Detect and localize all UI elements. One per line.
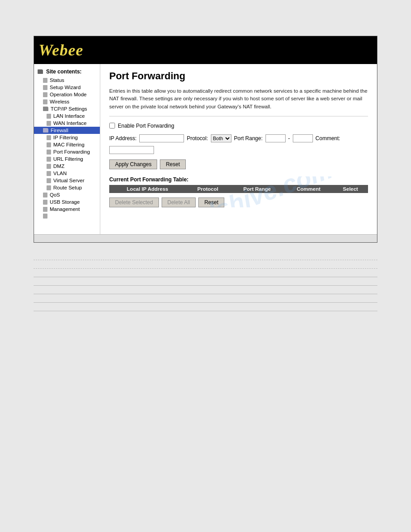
header-bar: Webee [34, 36, 377, 64]
sidebar-item-lan-interface[interactable]: LAN Interface [34, 112, 100, 120]
enable-label[interactable]: Enable Port Forwarding [118, 123, 174, 129]
port-range-dash: - [288, 135, 290, 142]
sidebar-item-mac-filtering[interactable]: Port Forwarding [34, 148, 100, 155]
sidebar-label-route-setup: QoS [50, 192, 60, 197]
reset-button-2[interactable]: Reset [198, 197, 224, 207]
col-local-ip: Local IP Address [109, 185, 186, 193]
sidebar-item-route-setup[interactable]: QoS [34, 191, 100, 198]
sidebar-item-vlan[interactable]: Virtual Server [34, 177, 100, 184]
page-icon-operation-mode [43, 92, 47, 97]
table-section: manualshive.com Current Port Forwarding … [109, 176, 368, 207]
sidebar-label-usb-storage: Management [50, 206, 80, 212]
sidebar-item-setup-wizard[interactable]: Setup Wizard [34, 84, 100, 91]
sidebar-item-usb-storage[interactable]: Management [34, 206, 100, 213]
sidebar-item-port-forwarding[interactable]: URL Filtering [34, 155, 100, 163]
hr-5 [34, 294, 377, 294]
button-row: Apply Changes Reset [109, 159, 368, 169]
sidebar-item-management[interactable] [34, 213, 100, 219]
sidebar-label-virtual-server: Route Setup [53, 185, 82, 190]
delete-row: Delete Selected Delete All Reset [109, 197, 368, 207]
port-range-to-input[interactable] [293, 134, 313, 142]
col-protocol: Protocol [186, 185, 230, 193]
sidebar-label-operation-mode: Operation Mode [50, 92, 86, 97]
hr-2 [34, 268, 377, 269]
apply-changes-button[interactable]: Apply Changes [109, 159, 157, 169]
table-header-row: Local IP Address Protocol Port Range Com… [109, 185, 368, 193]
sidebar-label-mac-filtering: Port Forwarding [53, 149, 90, 154]
hr-7 [34, 311, 377, 311]
hr-6 [34, 302, 377, 303]
sidebar-item-qos[interactable]: USB Storage [34, 198, 100, 206]
sidebar-item-tcpip-settings[interactable]: TCP/IP Settings [34, 105, 100, 112]
sidebar-title: Site contents: [34, 68, 100, 77]
enable-checkbox[interactable] [109, 123, 115, 129]
page-icon-ip-filtering [47, 142, 51, 147]
ip-address-standalone-row [109, 146, 368, 154]
hr-3 [34, 277, 377, 277]
reset-button-1[interactable]: Reset [160, 159, 185, 169]
page-icon-usb-storage [43, 207, 47, 212]
page-icon-route-setup [43, 193, 47, 197]
sidebar-label-wireless: Wireless [50, 99, 69, 104]
sidebar-label-url-filtering: DMZ [53, 163, 64, 169]
sidebar-label-firewall: Firewall [51, 128, 68, 133]
logo: Webee [39, 41, 83, 60]
sidebar-label-setup-wizard: Setup Wizard [50, 85, 81, 90]
sidebar-label-wan: WAN Interface [53, 120, 86, 126]
enable-row: Enable Port Forwarding [109, 123, 368, 129]
sidebar-label-ip-filtering: MAC Filtering [53, 142, 85, 147]
comment-label: Comment: [316, 135, 340, 142]
sidebar-item-ip-filtering[interactable]: MAC Filtering [34, 141, 100, 148]
hr-4 [34, 285, 377, 286]
sidebar-label-port-filtering: IP Filtering [53, 135, 78, 140]
port-range-from-input[interactable] [265, 134, 286, 142]
page-icon-wireless [43, 99, 47, 104]
footer-bar [34, 234, 377, 242]
port-forwarding-table: Local IP Address Protocol Port Range Com… [109, 185, 368, 193]
page-icon-setup-wizard [43, 85, 47, 90]
ip-address-standalone-input[interactable] [109, 146, 154, 154]
col-select: Select [333, 185, 368, 193]
main-content: Port Forwarding Entries in this table al… [100, 64, 377, 234]
sidebar-label-port-forwarding: URL Filtering [53, 156, 83, 162]
sidebar-item-virtual-server[interactable]: Route Setup [34, 184, 100, 191]
sidebar-item-operation-mode[interactable]: Operation Mode [34, 91, 100, 98]
sidebar-item-status[interactable]: Status [34, 77, 100, 84]
page-icon-status [43, 78, 47, 83]
folder-icon [38, 69, 43, 74]
page-icon-port-forwarding [47, 157, 51, 162]
sidebar-label-vlan: Virtual Server [53, 178, 84, 183]
col-port-range: Port Range [230, 185, 284, 193]
protocol-label: Protocol: [187, 135, 208, 142]
sidebar-title-label: Site contents: [46, 69, 81, 75]
delete-all-button[interactable]: Delete All [162, 197, 196, 207]
sidebar: Site contents: Status Setup Wizard Opera… [34, 64, 100, 234]
sidebar-item-wan-interface[interactable]: WAN Interface [34, 120, 100, 127]
sidebar-item-dmz[interactable]: VLAN [34, 170, 100, 177]
ip-address-input[interactable] [139, 134, 184, 142]
page-icon-url-filtering [47, 164, 51, 169]
hr-1 [34, 260, 377, 260]
page-icon-qos [43, 200, 47, 205]
sidebar-label-tcpip: TCP/IP Settings [51, 106, 87, 112]
sidebar-item-wireless[interactable]: Wireless [34, 98, 100, 105]
sidebar-label-status: Status [50, 77, 64, 83]
page-icon-lan [47, 114, 51, 119]
page-icon-vlan [47, 178, 51, 183]
form-row: IP Address: Protocol: Both TCP UDP Port … [109, 134, 368, 142]
delete-selected-button[interactable]: Delete Selected [109, 197, 159, 207]
ip-address-label: IP Address: [109, 135, 137, 142]
page-icon-dmz [47, 171, 51, 176]
folder-icon-firewall [43, 128, 48, 133]
folder-icon-tcpip [43, 107, 48, 111]
page-icon-wan [47, 121, 51, 126]
page-icon-port-filtering [47, 135, 51, 140]
col-comment: Comment [284, 185, 333, 193]
table-title: Current Port Forwarding Table: [109, 176, 368, 183]
protocol-select[interactable]: Both TCP UDP [211, 134, 231, 142]
sidebar-item-port-filtering[interactable]: IP Filtering [34, 134, 100, 141]
sidebar-item-firewall[interactable]: Firewall [34, 127, 100, 134]
sidebar-item-url-filtering[interactable]: DMZ [34, 163, 100, 170]
page-icon-management [43, 214, 47, 219]
page-icon-virtual-server [47, 185, 51, 190]
